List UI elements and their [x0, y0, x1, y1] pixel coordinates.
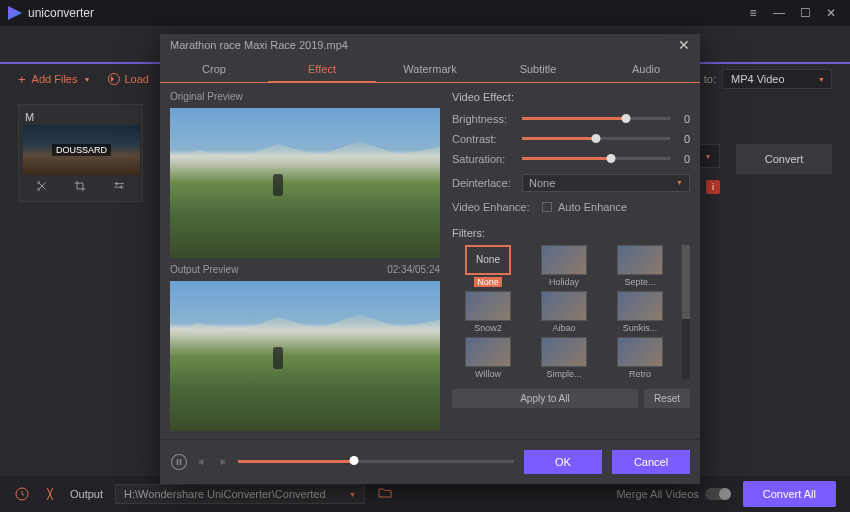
slider-track[interactable] — [522, 137, 670, 140]
filter-item[interactable]: Snow2 — [452, 291, 524, 333]
filter-item[interactable]: Septe... — [604, 245, 676, 287]
chevron-down-icon: ▼ — [83, 76, 90, 83]
filter-name: Willow — [475, 369, 501, 379]
filter-thumb — [617, 245, 663, 275]
slider-label: Saturation: — [452, 153, 516, 165]
close-button[interactable]: ✕ — [820, 6, 842, 20]
playback-controls — [170, 453, 228, 471]
slider-track[interactable] — [522, 117, 670, 120]
svg-rect-10 — [180, 459, 182, 465]
gpu-icon[interactable] — [42, 486, 58, 502]
filter-name: Holiday — [549, 277, 579, 287]
plus-icon: + — [18, 72, 26, 87]
filter-name: None — [474, 277, 502, 287]
output-format-select[interactable]: MP4 Video ▼ — [722, 69, 832, 89]
settings-icon[interactable] — [112, 179, 126, 193]
filter-item[interactable]: Holiday — [528, 245, 600, 287]
modal-header: Marathon race Maxi Race 2019.mp4 ✕ — [160, 34, 700, 57]
file-card[interactable]: M DOUSSARD — [18, 104, 143, 202]
minimize-button[interactable]: — — [768, 6, 790, 20]
convert-button[interactable]: Convert — [736, 144, 832, 174]
chevron-down-icon: ▼ — [676, 179, 683, 186]
filter-item[interactable]: NoneNone — [452, 245, 524, 287]
maximize-button[interactable]: ☐ — [794, 6, 816, 20]
filter-item[interactable]: Aibao — [528, 291, 600, 333]
reset-button[interactable]: Reset — [644, 389, 690, 408]
filter-thumb — [541, 291, 587, 321]
enhance-label: Video Enhance: — [452, 201, 536, 213]
filter-item[interactable]: Simple... — [528, 337, 600, 379]
menu-icon[interactable]: ≡ — [742, 6, 764, 20]
filters-scrollbar[interactable] — [682, 245, 690, 379]
convert-all-button[interactable]: Convert All — [743, 481, 836, 507]
output-preview-label: Output Preview — [170, 264, 238, 275]
play-pause-icon[interactable] — [170, 453, 188, 471]
original-preview — [170, 108, 440, 258]
tab-audio[interactable]: Audio — [592, 57, 700, 82]
filter-item[interactable]: Retro — [604, 337, 676, 379]
cancel-button[interactable]: Cancel — [612, 450, 690, 474]
output-label: Output — [70, 488, 103, 500]
filter-thumb: None — [465, 245, 511, 275]
effect-settings: Video Effect: Brightness:0Contrast:0Satu… — [452, 91, 690, 431]
info-badge[interactable]: i — [706, 180, 720, 194]
modal-filename: Marathon race Maxi Race 2019.mp4 — [170, 39, 348, 51]
svg-rect-9 — [177, 459, 179, 465]
app-name: uniconverter — [28, 6, 94, 20]
window-controls: ≡ — ☐ ✕ — [742, 6, 842, 20]
crop-icon[interactable] — [73, 179, 87, 193]
auto-enhance-checkbox[interactable] — [542, 202, 552, 212]
app-logo-icon — [8, 6, 22, 20]
filter-thumb — [541, 337, 587, 367]
slider-label: Brightness: — [452, 113, 516, 125]
merge-toggle[interactable] — [705, 488, 731, 500]
modal-close-icon[interactable]: ✕ — [678, 37, 690, 53]
filter-item[interactable]: Sunkis... — [604, 291, 676, 333]
seek-slider[interactable] — [238, 460, 514, 463]
auto-enhance-label: Auto Enhance — [558, 201, 627, 213]
trim-icon[interactable] — [35, 179, 49, 193]
preview-column: Original Preview Output Preview 02:34/05… — [170, 91, 440, 431]
app-brand: uniconverter — [8, 6, 94, 20]
tab-crop[interactable]: Crop — [160, 57, 268, 82]
output-preview — [170, 281, 440, 431]
tab-watermark[interactable]: Watermark — [376, 57, 484, 82]
video-effect-heading: Video Effect: — [452, 91, 690, 103]
slider-row: Saturation:0 — [452, 149, 690, 169]
tab-subtitle[interactable]: Subtitle — [484, 57, 592, 82]
timecode: 02:34/05:24 — [387, 264, 440, 275]
filter-name: Simple... — [546, 369, 581, 379]
titlebar: uniconverter ≡ — ☐ ✕ — [0, 0, 850, 26]
next-frame-icon[interactable] — [216, 456, 228, 468]
filter-name: Aibao — [552, 323, 575, 333]
add-files-button[interactable]: + Add Files ▼ — [18, 72, 90, 87]
chevron-down-icon: ▼ — [818, 76, 825, 83]
apply-to-all-button[interactable]: Apply to All — [452, 389, 638, 408]
filter-item[interactable]: Willow — [452, 337, 524, 379]
filter-thumb — [617, 337, 663, 367]
filters-heading: Filters: — [452, 227, 690, 239]
slider-value: 0 — [676, 133, 690, 145]
ok-button[interactable]: OK — [524, 450, 602, 474]
tab-effect[interactable]: Effect — [268, 57, 376, 83]
filter-name: Snow2 — [474, 323, 502, 333]
slider-label: Contrast: — [452, 133, 516, 145]
slider-value: 0 — [676, 113, 690, 125]
clock-icon[interactable] — [14, 486, 30, 502]
merge-toggle-row: Merge All Videos — [616, 488, 730, 500]
prev-frame-icon[interactable] — [196, 456, 208, 468]
svg-point-8 — [172, 454, 187, 469]
output-path-field[interactable]: H:\Wondershare UniConverter\Converted ▼ — [115, 484, 365, 504]
open-folder-icon[interactable] — [377, 485, 393, 503]
deinterlace-select[interactable]: None ▼ — [522, 174, 690, 192]
slider-value: 0 — [676, 153, 690, 165]
slider-row: Contrast:0 — [452, 129, 690, 149]
slider-track[interactable] — [522, 157, 670, 160]
filters-grid: NoneNoneHolidaySepte...Snow2AibaoSunkis.… — [452, 245, 690, 379]
chevron-down-icon: ▼ — [349, 491, 356, 498]
filter-thumb — [465, 337, 511, 367]
load-dvd-button[interactable]: Load — [108, 73, 148, 85]
file-thumbnail[interactable]: DOUSSARD — [23, 125, 140, 175]
filter-thumb — [541, 245, 587, 275]
filter-name: Septe... — [624, 277, 655, 287]
